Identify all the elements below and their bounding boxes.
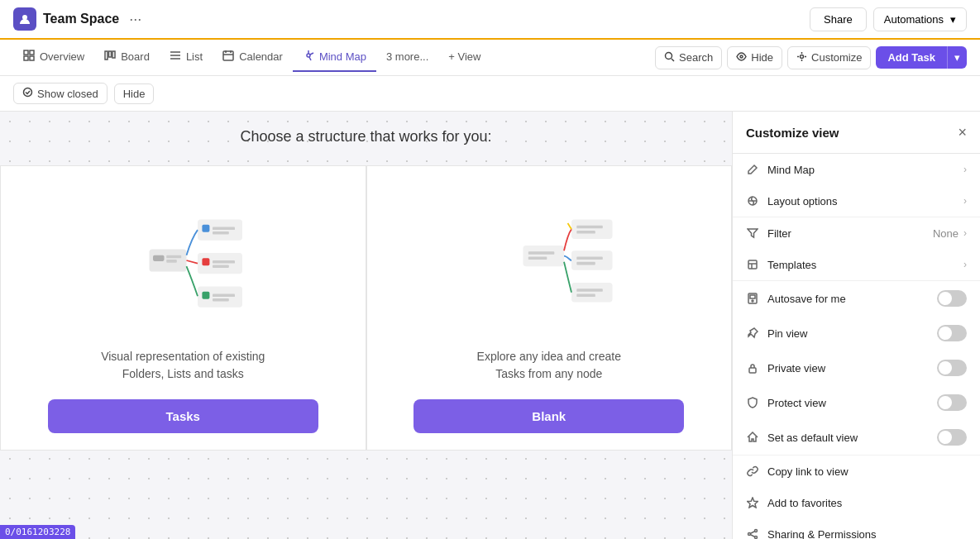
cards-row: Visual representation of existingFolders…: [0, 165, 732, 451]
close-panel-button[interactable]: ×: [958, 125, 967, 140]
customize-icon: [796, 51, 807, 64]
show-closed-label: Show closed: [37, 88, 98, 100]
hide-button[interactable]: Hide: [727, 46, 782, 69]
board-label: Board: [121, 50, 150, 63]
svg-rect-61: [749, 368, 756, 373]
mindmap-label: Mind Map: [319, 50, 366, 63]
show-closed-button[interactable]: Show closed: [13, 83, 108, 104]
add-task-main-button[interactable]: Add Task: [876, 46, 947, 69]
svg-rect-2: [30, 50, 34, 55]
list-icon: [170, 50, 181, 64]
autosave-toggle[interactable]: [937, 290, 967, 307]
link-icon: [746, 465, 759, 478]
more-options-button[interactable]: ···: [126, 7, 145, 31]
svg-rect-1: [24, 50, 28, 55]
panel-section-3: Autosave for me Pin view Pri: [733, 281, 980, 456]
sharing-item[interactable]: Sharing & Permissions: [733, 518, 980, 539]
nav-bar: Overview Board List Calendar Mind Map: [0, 40, 980, 76]
add-view-label: + View: [448, 50, 480, 63]
svg-rect-45: [576, 231, 595, 234]
nav-right: Search Hide Customize Add Task ▾: [655, 46, 967, 69]
nav-item-overview[interactable]: Overview: [13, 43, 94, 72]
svg-rect-34: [213, 260, 235, 264]
panel-section-2: Filter None › Templates ›: [733, 217, 980, 281]
share-button[interactable]: Share: [810, 7, 867, 31]
layout-options-item[interactable]: Layout options ›: [733, 185, 980, 217]
team-space-avatar: [13, 7, 36, 31]
add-favorites-item[interactable]: Add to favorites: [733, 487, 980, 518]
autosave-item[interactable]: Autosave for me: [733, 281, 980, 316]
svg-point-60: [752, 300, 753, 302]
mind-map-item[interactable]: Mind Map ›: [733, 154, 980, 185]
private-view-toggle[interactable]: [937, 360, 967, 376]
blank-card-visual: [380, 186, 719, 335]
private-view-label: Private view: [767, 362, 825, 374]
blank-button[interactable]: Blank: [414, 399, 684, 433]
svg-rect-37: [203, 292, 210, 299]
svg-rect-43: [571, 220, 613, 239]
automations-button[interactable]: Automations ▾: [873, 7, 967, 31]
top-bar-right: Share Automations ▾: [810, 7, 967, 31]
pin-view-item[interactable]: Pin view: [733, 316, 980, 351]
nav-item-board[interactable]: Board: [94, 43, 160, 72]
add-task-button[interactable]: Add Task ▾: [876, 46, 967, 69]
shield-icon: [746, 396, 759, 409]
nav-item-add-view[interactable]: + View: [438, 44, 490, 71]
mind-map-label: Mind Map: [767, 164, 815, 176]
private-view-item[interactable]: Private view: [733, 351, 980, 385]
sharing-icon: [746, 527, 759, 539]
nav-item-mindmap[interactable]: Mind Map: [293, 43, 376, 72]
overview-label: Overview: [40, 50, 84, 63]
filter-label: Filter: [767, 227, 791, 240]
nav-item-more[interactable]: 3 more...: [376, 44, 438, 71]
mindmap-icon: [303, 50, 314, 64]
svg-point-65: [755, 537, 758, 539]
templates-chevron: ›: [963, 259, 967, 270]
copy-link-item[interactable]: Copy link to view: [733, 456, 980, 487]
filter-icon: [746, 227, 759, 240]
protect-view-toggle[interactable]: [937, 394, 967, 411]
calendar-label: Calendar: [239, 50, 283, 63]
svg-point-19: [666, 52, 672, 59]
svg-rect-47: [576, 257, 603, 260]
filter-item[interactable]: Filter None ›: [733, 217, 980, 249]
tasks-button[interactable]: Tasks: [48, 399, 318, 433]
svg-rect-31: [213, 231, 229, 235]
svg-line-20: [672, 59, 674, 61]
svg-point-63: [755, 530, 758, 532]
svg-point-64: [748, 533, 751, 536]
tasks-card-visual: [14, 186, 352, 335]
svg-rect-29: [203, 225, 210, 232]
tasks-card-desc: Visual representation of existingFolders…: [101, 348, 265, 383]
svg-rect-41: [528, 251, 555, 255]
add-task-chevron-button[interactable]: ▾: [947, 46, 967, 69]
pencil-icon: [746, 163, 759, 176]
overview-icon: [23, 50, 35, 64]
pin-view-toggle[interactable]: [937, 325, 967, 341]
svg-rect-5: [105, 51, 108, 60]
svg-point-23: [24, 88, 32, 97]
default-view-toggle[interactable]: [937, 429, 967, 446]
svg-rect-35: [213, 265, 229, 268]
hide-label: Hide: [751, 51, 773, 64]
nav-item-calendar[interactable]: Calendar: [213, 43, 293, 72]
search-button[interactable]: Search: [655, 46, 722, 69]
default-view-item[interactable]: Set as default view: [733, 420, 980, 455]
svg-rect-59: [750, 295, 755, 298]
search-label: Search: [679, 51, 713, 64]
layout-options-chevron: ›: [963, 195, 967, 207]
svg-marker-62: [748, 498, 758, 508]
svg-rect-51: [576, 294, 595, 298]
more-label: 3 more...: [386, 50, 428, 63]
copy-link-label: Copy link to view: [767, 465, 849, 478]
hide-toolbar-button[interactable]: Hide: [114, 83, 155, 104]
svg-rect-55: [748, 260, 757, 269]
tasks-card: Visual representation of existingFolders…: [0, 165, 366, 451]
templates-item[interactable]: Templates ›: [733, 249, 980, 280]
protect-view-item[interactable]: Protect view: [733, 385, 980, 420]
svg-rect-30: [213, 227, 235, 231]
svg-rect-26: [166, 255, 181, 259]
customize-button[interactable]: Customize: [787, 46, 871, 69]
svg-line-18: [309, 57, 311, 60]
nav-item-list[interactable]: List: [160, 43, 213, 72]
